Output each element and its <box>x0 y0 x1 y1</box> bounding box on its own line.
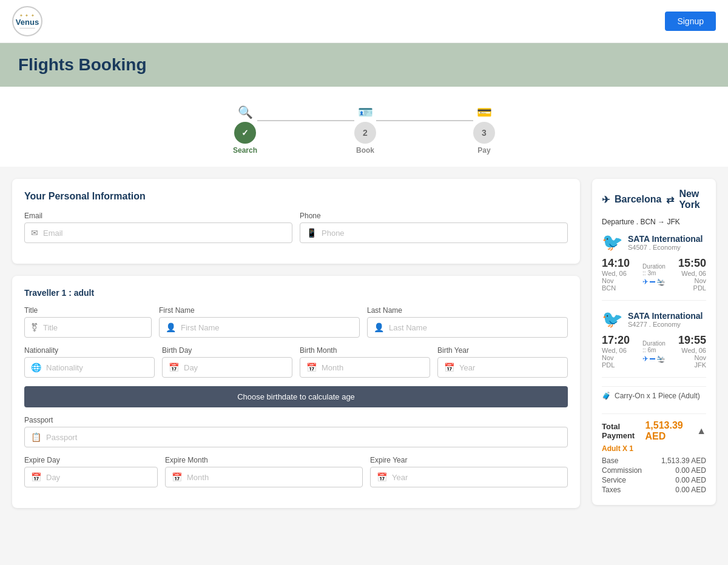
expire-cal3-icon: 📅 <box>377 472 387 482</box>
duration-1: Duration :: 3m <box>642 263 666 276</box>
expire-month-label: Expire Month <box>165 456 363 464</box>
title-input-wrapper[interactable]: ⚧ <box>24 317 152 338</box>
calc-age-button[interactable]: Choose birthdate to calculate age <box>24 386 568 407</box>
payment-commission-row: Commission 0.00 AED <box>602 466 706 475</box>
expire-year-group: Expire Year 📅 <box>370 456 568 487</box>
steps-section: 🔍 ✓ Search 🪪 2 Book 💳 3 Pay <box>0 87 728 167</box>
expire-month-input-wrapper[interactable]: 📅 <box>165 467 363 487</box>
expire-cal-icon: 📅 <box>31 472 41 482</box>
person-icon: 👤 <box>166 323 176 332</box>
email-icon: ✉ <box>31 228 38 238</box>
logo-circle: ✦ ✦ ✦ Venus ────── <box>12 6 42 36</box>
arrive-block-2: 19:55 Wed, 06 Nov JFK <box>670 334 706 369</box>
passport-label: Passport <box>24 416 568 424</box>
bird-icon-1: 🐦 <box>602 232 623 252</box>
page-title: Flights Booking <box>18 55 710 75</box>
right-panel: ✈ Barcelona ⇄ New York Departure . BCN →… <box>592 179 716 520</box>
plane-takeoff-1: ✈ <box>642 278 649 286</box>
flight-times-2: 17:20 Wed, 06 Nov PDL Duration :: 6m ✈ 🛬 <box>602 334 706 369</box>
email-input[interactable] <box>43 229 286 238</box>
birth-year-input[interactable] <box>459 363 561 372</box>
lastname-input[interactable] <box>389 323 561 332</box>
birth-month-label: Birth Month <box>300 346 430 355</box>
depart-time-1: 14:10 <box>602 257 638 270</box>
flight-line-2: Duration :: 6m ✈ 🛬 <box>642 340 666 363</box>
page-banner: Flights Booking <box>0 43 728 87</box>
flight-plane-icon: ✈ <box>602 194 610 206</box>
expire-day-input-wrapper[interactable]: 📅 <box>24 467 158 487</box>
calendar3-icon: 📅 <box>444 363 454 372</box>
personal-info-section: Your Personal Information Email ✉ Phone … <box>12 179 580 264</box>
birth-year-label: Birth Year <box>437 346 568 355</box>
depart-airport-1: BCN <box>602 284 638 292</box>
duration-2: Duration :: 6m <box>642 340 666 353</box>
total-toggle-button[interactable]: ▲ <box>696 426 706 436</box>
birth-year-input-wrapper[interactable]: 📅 <box>437 357 568 378</box>
expire-year-input[interactable] <box>392 473 561 482</box>
plane-takeoff-2: ✈ <box>642 355 649 363</box>
expire-day-input[interactable] <box>46 473 151 482</box>
passport-input-wrapper[interactable]: 📋 <box>24 427 568 447</box>
passport-input[interactable] <box>46 433 561 442</box>
departure-label: Departure . BCN → JFK <box>602 218 706 226</box>
flight-segment-2: 🐦 SATA International S4277 . Economy 17:… <box>602 309 706 378</box>
total-row: Total Payment 1,513.39 AED ▲ <box>602 420 706 442</box>
flight-times-1: 14:10 Wed, 06 Nov BCN Duration :: 3m ✈ 🛬 <box>602 257 706 292</box>
birth-month-group: Birth Month 📅 <box>300 346 430 378</box>
commission-value: 0.00 AED <box>675 466 706 475</box>
expire-year-input-wrapper[interactable]: 📅 <box>370 467 568 487</box>
flight-line-1: Duration :: 3m ✈ 🛬 <box>642 263 666 286</box>
expire-day-group: Expire Day 📅 <box>24 456 158 487</box>
signup-button[interactable]: Signup <box>665 12 716 31</box>
flight-header: ✈ Barcelona ⇄ New York <box>602 189 706 210</box>
swap-icon: ⇄ <box>666 194 674 206</box>
step-pay-label: Pay <box>477 146 490 155</box>
calendar2-icon: 📅 <box>306 363 317 372</box>
payment-details: Base 1,513.39 AED Commission 0.00 AED Se… <box>602 456 706 494</box>
pay-step-icon: 💳 <box>477 105 492 119</box>
taxes-value: 0.00 AED <box>675 486 706 494</box>
total-payment: Total Payment 1,513.39 AED ▲ Adult X 1 B… <box>602 413 706 494</box>
birth-month-input[interactable] <box>322 363 423 372</box>
total-label: Total Payment <box>602 422 645 440</box>
arrive-airport-2: JFK <box>670 361 706 369</box>
flight-code-1: S4507 . Economy <box>628 244 703 251</box>
step-connector-1 <box>257 120 354 121</box>
lastname-input-wrapper[interactable]: 👤 <box>367 317 568 338</box>
firstname-input[interactable] <box>181 323 353 332</box>
phone-input[interactable] <box>322 229 561 238</box>
logo: ✦ ✦ ✦ Venus ────── <box>12 6 42 36</box>
title-label: Title <box>24 306 152 315</box>
expire-month-group: Expire Month 📅 <box>165 456 363 487</box>
step-book: 🪪 2 Book <box>354 105 376 155</box>
birth-day-input[interactable] <box>184 363 286 372</box>
depart-time-2: 17:20 <box>602 334 638 347</box>
title-group: Title ⚧ <box>24 306 152 338</box>
book-step-icon: 🪪 <box>358 105 373 119</box>
birth-day-input-wrapper[interactable]: 📅 <box>162 357 292 378</box>
expire-month-input[interactable] <box>187 473 356 482</box>
airline-row-1: 🐦 SATA International S4507 . Economy <box>602 232 706 252</box>
expire-year-label: Expire Year <box>370 456 568 464</box>
passport-icon: 📋 <box>31 432 41 442</box>
calendar-icon: 📅 <box>169 363 179 372</box>
header: ✦ ✦ ✦ Venus ────── Signup <box>0 0 728 43</box>
payment-service-row: Service 0.00 AED <box>602 476 706 484</box>
firstname-input-wrapper[interactable]: 👤 <box>159 317 360 338</box>
birth-month-input-wrapper[interactable]: 📅 <box>300 357 430 378</box>
steps-row: 🔍 ✓ Search 🪪 2 Book 💳 3 Pay <box>0 87 728 161</box>
firstname-group: First Name 👤 <box>159 306 360 338</box>
step-book-circle: 2 <box>354 122 376 144</box>
nationality-input[interactable] <box>46 363 148 372</box>
phone-input-wrapper[interactable]: 📱 <box>300 222 568 243</box>
birth-day-label: Birth Day <box>162 346 292 355</box>
bird-icon-2: 🐦 <box>602 309 623 329</box>
payment-base-row: Base 1,513.39 AED <box>602 456 706 465</box>
nationality-input-wrapper[interactable]: 🌐 <box>24 357 155 378</box>
email-input-wrapper[interactable]: ✉ <box>24 222 292 243</box>
payment-taxes-row: Taxes 0.00 AED <box>602 486 706 494</box>
flight-from: Barcelona <box>615 194 661 205</box>
title-input[interactable] <box>43 323 145 332</box>
airline-row-2: 🐦 SATA International S4277 . Economy <box>602 309 706 329</box>
firstname-label: First Name <box>159 306 360 315</box>
